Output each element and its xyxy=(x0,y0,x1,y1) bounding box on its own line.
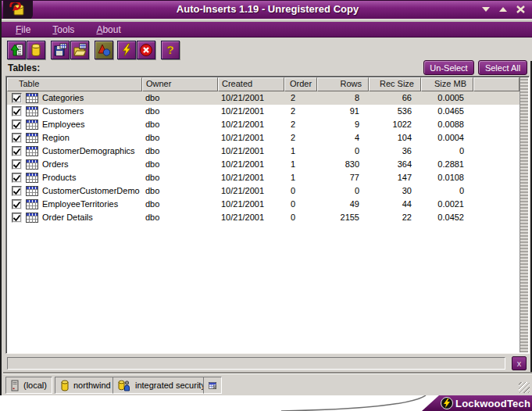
table-row[interactable]: CustomerDemographics dbo 10/21/2001 1 0 … xyxy=(7,145,520,158)
owner-cell: dbo xyxy=(142,131,218,145)
vertical-scrollbar[interactable] xyxy=(520,77,528,352)
recsize-cell: 22 xyxy=(369,211,421,224)
table-icon xyxy=(26,120,38,130)
menu-file[interactable]: File xyxy=(8,23,38,36)
column-header-table[interactable]: Table xyxy=(7,77,142,91)
svg-text:?: ? xyxy=(166,43,173,56)
column-header-recsize[interactable]: Rec Size xyxy=(369,77,421,91)
row-checkbox[interactable] xyxy=(12,173,22,183)
rows-cell: 0 xyxy=(317,145,369,158)
order-cell: 2 xyxy=(284,105,317,118)
order-cell: 0 xyxy=(284,211,317,224)
save-script-icon[interactable] xyxy=(51,41,70,59)
column-header-order[interactable]: Order xyxy=(284,77,317,91)
toolbar: ? xyxy=(3,38,532,61)
status-database-panel: northwind xyxy=(55,377,116,394)
table-row[interactable]: Orders dbo 10/21/2001 1 830 364 0.2881 xyxy=(7,158,520,171)
table-icon xyxy=(26,133,38,143)
table-row[interactable]: CustomerCustomerDemo dbo 10/21/2001 0 0 … xyxy=(7,184,520,198)
titlebar[interactable]: Auto-Inserts 1.19 - Unregistered Copy xyxy=(2,0,532,19)
select-all-button[interactable]: Select All xyxy=(478,60,527,75)
column-header-rows[interactable]: Rows xyxy=(317,77,369,91)
row-checkbox[interactable] xyxy=(12,199,22,209)
order-cell: 2 xyxy=(284,91,317,105)
status-server-panel: (local) xyxy=(5,377,52,394)
recsize-cell: 1022 xyxy=(369,118,421,131)
row-checkbox[interactable] xyxy=(12,213,22,223)
rows-cell: 2155 xyxy=(317,211,369,224)
table-name: Region xyxy=(42,131,70,145)
owner-cell: dbo xyxy=(142,105,218,118)
created-cell: 10/21/2001 xyxy=(218,171,284,184)
brand-lightning-icon xyxy=(441,397,453,409)
recsize-cell: 30 xyxy=(369,184,421,198)
maximize-button[interactable] xyxy=(498,5,509,14)
owner-cell: dbo xyxy=(142,145,218,158)
row-checkbox[interactable] xyxy=(12,146,22,156)
sizemb-cell: 0.0088 xyxy=(421,118,473,131)
menu-about[interactable]: About xyxy=(88,23,128,36)
column-header-owner[interactable]: Owner xyxy=(142,77,218,91)
table-row[interactable]: Region dbo 10/21/2001 2 4 104 0.0004 xyxy=(7,131,520,145)
recsize-cell: 36 xyxy=(369,145,421,158)
table-icon xyxy=(26,199,38,209)
server-icon xyxy=(11,380,20,391)
table-row[interactable]: Employees dbo 10/21/2001 2 9 1022 0.0088 xyxy=(7,118,520,131)
table-row[interactable]: Products dbo 10/21/2001 1 77 147 0.0108 xyxy=(7,171,520,184)
help-icon[interactable]: ? xyxy=(161,41,180,59)
row-checkbox[interactable] xyxy=(12,106,22,116)
progress-bar xyxy=(7,357,505,370)
status-security-label: integrated security xyxy=(135,381,205,390)
filler-cell xyxy=(473,131,520,145)
rows-cell: 830 xyxy=(317,158,369,171)
execute-lightning-icon[interactable] xyxy=(117,41,136,59)
objects-icon[interactable] xyxy=(95,41,113,59)
status-security-panel: integrated security xyxy=(112,377,211,394)
column-header-sizemb[interactable]: Size MB xyxy=(421,77,473,91)
unselect-button[interactable]: Un-Select xyxy=(423,60,474,75)
list-header: Table Owner Created Order Rows Rec Size … xyxy=(7,77,520,91)
table-icon xyxy=(26,186,38,196)
row-checkbox[interactable] xyxy=(12,159,22,170)
row-checkbox[interactable] xyxy=(12,93,22,103)
tables-listview: Table Owner Created Order Rows Rec Size … xyxy=(5,76,530,354)
rows-cell: 49 xyxy=(317,198,369,211)
import-table-icon[interactable] xyxy=(7,41,26,59)
close-button[interactable] xyxy=(515,5,526,14)
recsize-cell: 364 xyxy=(369,158,421,171)
table-row[interactable]: Customers dbo 10/21/2001 2 91 536 0.0465 xyxy=(7,105,520,118)
column-header-created[interactable]: Created xyxy=(218,77,284,91)
status-server-label: (local) xyxy=(23,381,47,390)
cancel-icon[interactable] xyxy=(137,41,155,59)
filler-cell xyxy=(473,198,520,211)
database-drum-icon[interactable] xyxy=(27,41,45,59)
bottom-skin: LockwoodTech xyxy=(0,395,532,411)
menu-tools[interactable]: Tools xyxy=(45,23,82,36)
row-checkbox[interactable] xyxy=(12,133,22,143)
order-cell: 1 xyxy=(284,145,317,158)
filler-cell xyxy=(473,91,520,105)
minimize-button[interactable] xyxy=(480,5,491,14)
order-cell: 0 xyxy=(284,184,317,198)
created-cell: 10/21/2001 xyxy=(218,145,284,158)
created-cell: 10/21/2001 xyxy=(218,91,284,105)
table-row[interactable]: Categories dbo 10/21/2001 2 8 66 0.0005 xyxy=(7,91,520,105)
table-row[interactable]: EmployeeTerritories dbo 10/21/2001 0 49 … xyxy=(7,198,520,211)
row-checkbox[interactable] xyxy=(12,120,22,130)
row-checkbox[interactable] xyxy=(12,186,22,196)
integrated-security-icon xyxy=(118,380,131,391)
progress-close-button[interactable]: x xyxy=(512,356,527,370)
sizemb-cell: 0.0004 xyxy=(421,131,473,145)
created-cell: 10/21/2001 xyxy=(218,105,284,118)
grid-icon xyxy=(209,381,216,391)
rows-cell: 8 xyxy=(317,91,369,105)
menubar: File Tools About xyxy=(2,22,532,38)
filler-cell xyxy=(473,118,520,131)
sizemb-cell: 0.2881 xyxy=(421,158,473,171)
open-script-icon[interactable] xyxy=(70,41,89,59)
sizemb-cell: 0.0465 xyxy=(421,105,473,118)
table-name: Customers xyxy=(42,105,84,118)
filler-cell xyxy=(473,184,520,198)
table-row[interactable]: Order Details dbo 10/21/2001 0 2155 22 0… xyxy=(7,211,520,224)
resize-grip[interactable] xyxy=(519,382,530,393)
